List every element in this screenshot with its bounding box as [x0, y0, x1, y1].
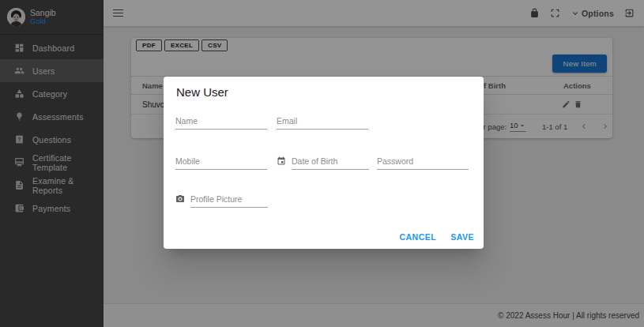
cancel-button[interactable]: CANCEL — [399, 232, 436, 242]
mobile-field[interactable]: Mobile — [175, 156, 267, 170]
dialog-actions: CANCEL SAVE — [399, 232, 474, 242]
name-field-placeholder: Name — [175, 116, 267, 126]
save-button[interactable]: SAVE — [450, 232, 474, 242]
email-field-placeholder: Email — [277, 116, 368, 126]
password-field[interactable]: Password — [377, 156, 469, 170]
dialog-title: New User — [176, 85, 228, 99]
date-of-birth-field[interactable]: Date of Birth — [277, 156, 369, 170]
email-field[interactable]: Email — [277, 116, 368, 130]
password-field-placeholder: Password — [377, 156, 469, 166]
new-user-dialog: New User Name Email Mobile Date of Birth… — [164, 77, 484, 249]
name-field[interactable]: Name — [175, 116, 267, 130]
mobile-field-placeholder: Mobile — [175, 156, 267, 166]
profile-picture-placeholder: Profile Picture — [190, 194, 268, 204]
dob-field-placeholder: Date of Birth — [292, 156, 369, 166]
calendar-icon — [277, 156, 286, 166]
profile-picture-field[interactable]: Profile Picture — [175, 194, 268, 208]
camera-icon — [175, 194, 185, 204]
